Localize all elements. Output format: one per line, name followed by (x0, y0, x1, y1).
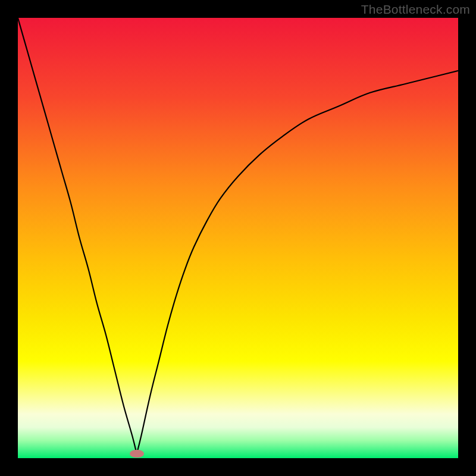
watermark-text: TheBottleneck.com (361, 2, 470, 17)
optimal-marker (130, 450, 144, 458)
chart-frame: TheBottleneck.com (0, 0, 476, 476)
bottleneck-curve (18, 18, 458, 458)
curve-right-ascent (137, 71, 458, 454)
curve-left-descent (18, 18, 137, 454)
plot-area (18, 18, 458, 458)
